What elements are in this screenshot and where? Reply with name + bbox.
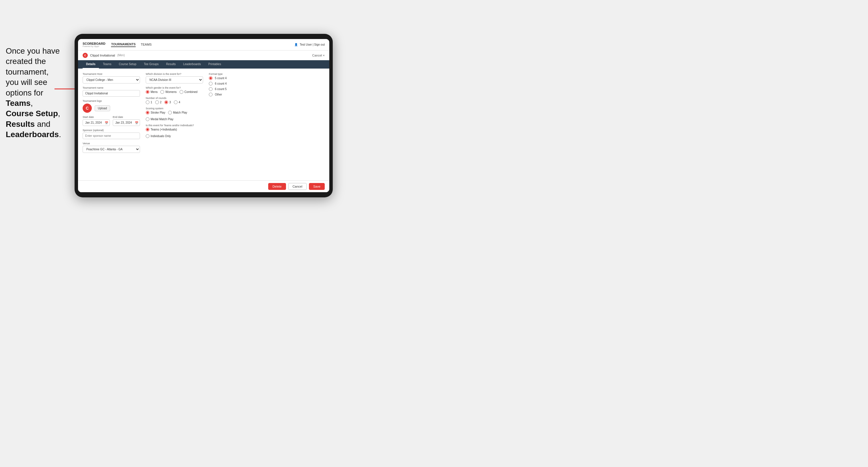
venue-group: Venue Peachtree GC - Atlanta - GA <box>83 142 140 153</box>
tab-results[interactable]: Results <box>163 60 179 68</box>
instruction-text: Once you have created the tournament, yo… <box>0 46 66 140</box>
logo-sub: Powered by clippd <box>83 45 105 47</box>
tab-course-setup[interactable]: Course Setup <box>115 60 140 68</box>
tab-teams[interactable]: Teams <box>99 60 115 68</box>
logo-preview: C <box>83 103 92 113</box>
dates-group: Start date 📅 End date 📅 <box>83 116 140 126</box>
rounds-1-radio[interactable] <box>146 100 150 104</box>
start-date-wrap: 📅 <box>83 119 110 126</box>
division-group: Which division is the event for? NCAA Di… <box>146 72 203 84</box>
tab-tee-groups[interactable]: Tee Groups <box>140 60 162 68</box>
gender-womens[interactable]: Womens <box>160 90 177 94</box>
rounds-1[interactable]: 1 <box>146 100 152 104</box>
tournament-logo-group: Tournament logo C Upload <box>83 99 140 113</box>
format-5count4[interactable]: 5 count 4 <box>209 76 255 80</box>
delete-button[interactable]: Delete <box>268 183 286 190</box>
division-select[interactable]: NCAA Division III <box>146 76 203 84</box>
nav-links: TOURNAMENTS TEAMS <box>111 42 151 47</box>
top-nav: SCOREBOARD Powered by clippd TOURNAMENTS… <box>78 39 329 51</box>
tab-bar: Details Teams Course Setup Tee Groups Re… <box>78 60 329 68</box>
rounds-2-radio[interactable] <box>155 100 159 104</box>
logo-upload-area: C Upload <box>83 103 140 113</box>
tab-leaderboards[interactable]: Leaderboards <box>180 60 204 68</box>
gender-combined-label: Combined <box>184 90 198 94</box>
save-button[interactable]: Save <box>309 183 325 190</box>
cancel-tournament-btn[interactable]: Cancel × <box>312 54 325 57</box>
individuals-radio[interactable] <box>146 134 150 138</box>
format-other[interactable]: Other <box>209 93 255 96</box>
teams-group: Is this event for Teams and/or Individua… <box>146 124 203 138</box>
rounds-2[interactable]: 2 <box>155 100 162 104</box>
venue-select[interactable]: Peachtree GC - Atlanta - GA <box>83 146 140 153</box>
gender-womens-radio[interactable] <box>160 90 164 94</box>
upload-button[interactable]: Upload <box>95 105 110 111</box>
tablet-frame: SCOREBOARD Powered by clippd TOURNAMENTS… <box>74 34 333 197</box>
end-date-input[interactable] <box>113 119 140 126</box>
format-6count5-radio[interactable] <box>209 87 213 91</box>
teams-radio-group: Teams (+Individuals) Individuals Only <box>146 128 203 138</box>
scoring-medal-radio[interactable] <box>146 117 150 121</box>
logo-text: SCOREBOARD <box>83 42 105 45</box>
format-6count5-label: 6 count 5 <box>215 88 227 91</box>
sponsor-label: Sponsor (optional) <box>83 129 140 132</box>
rounds-3[interactable]: 3 <box>164 100 171 104</box>
user-icon: 👤 <box>294 43 298 46</box>
tab-printables[interactable]: Printables <box>205 60 224 68</box>
teams-plus-individuals[interactable]: Teams (+Individuals) <box>146 128 177 131</box>
rounds-label: Number of rounds <box>146 97 203 99</box>
rounds-3-radio[interactable] <box>164 100 168 104</box>
rounds-radio-group: 1 2 3 4 <box>146 100 203 104</box>
scoring-stroke-radio[interactable] <box>146 111 150 115</box>
scoring-match[interactable]: Match Play <box>168 111 187 115</box>
left-column: Tournament Host Clippd College - Men Tou… <box>83 72 140 177</box>
user-area: 👤 Test User | Sign out <box>294 43 325 46</box>
cancel-button[interactable]: Cancel <box>288 183 307 190</box>
tab-details[interactable]: Details <box>83 60 99 68</box>
tournament-title: C Clippd Invitational (Men) <box>83 53 125 58</box>
format-6count4-radio[interactable] <box>209 82 213 86</box>
nav-left: SCOREBOARD Powered by clippd TOURNAMENTS… <box>83 42 152 47</box>
tablet-screen: SCOREBOARD Powered by clippd TOURNAMENTS… <box>78 39 329 192</box>
division-label: Which division is the event for? <box>146 72 203 75</box>
gender-radio-group: Mens Womens Combined <box>146 90 203 94</box>
sponsor-input[interactable] <box>83 132 140 139</box>
gender-combined-radio[interactable] <box>180 90 183 94</box>
scoring-stroke-label: Stroke Play <box>151 111 165 114</box>
gender-combined[interactable]: Combined <box>180 90 198 94</box>
rounds-group: Number of rounds 1 2 3 <box>146 97 203 104</box>
gender-mens-radio[interactable] <box>146 90 150 94</box>
tournament-name-input[interactable] <box>83 90 140 97</box>
gender-group: Which gender is the event for? Mens Wome… <box>146 86 203 94</box>
format-5count4-label: 5 count 4 <box>215 76 227 80</box>
scoring-stroke[interactable]: Stroke Play <box>146 111 165 115</box>
date-row: Start date 📅 End date 📅 <box>83 116 140 126</box>
tournament-host-group: Tournament Host Clippd College - Men <box>83 72 140 84</box>
teams-plus-label: Teams (+Individuals) <box>151 128 177 131</box>
user-text[interactable]: Test User | Sign out <box>300 43 325 46</box>
tournament-host-select[interactable]: Clippd College - Men <box>83 76 140 84</box>
tournament-header: C Clippd Invitational (Men) Cancel × <box>78 51 329 60</box>
scoring-medal[interactable]: Medal Match Play <box>146 117 173 121</box>
middle-column: Which division is the event for? NCAA Di… <box>146 72 203 177</box>
tournament-name-label: Tournament name <box>83 86 140 89</box>
format-6count4[interactable]: 6 count 4 <box>209 82 255 86</box>
start-date-input[interactable] <box>83 119 110 126</box>
right-column: Format type 5 count 4 6 count 4 6 <box>209 72 255 177</box>
scoring-match-radio[interactable] <box>168 111 172 115</box>
format-other-radio[interactable] <box>209 93 213 96</box>
gender-mens[interactable]: Mens <box>146 90 157 94</box>
teams-radio[interactable] <box>146 128 150 131</box>
scoring-radio-group: Stroke Play Match Play Medal Match Play <box>146 111 203 121</box>
rounds-4[interactable]: 4 <box>174 100 180 104</box>
rounds-4-label: 4 <box>179 101 180 104</box>
nav-teams[interactable]: TEAMS <box>141 43 152 47</box>
tournament-icon: C <box>83 53 88 58</box>
logo-area: SCOREBOARD Powered by clippd <box>83 42 105 47</box>
rounds-4-radio[interactable] <box>174 100 178 104</box>
end-date-wrap: 📅 <box>113 119 140 126</box>
nav-tournaments[interactable]: TOURNAMENTS <box>111 42 135 47</box>
format-6count5[interactable]: 6 count 5 <box>209 87 255 91</box>
format-5count4-radio[interactable] <box>209 76 213 80</box>
rounds-1-label: 1 <box>151 101 152 104</box>
individuals-only[interactable]: Individuals Only <box>146 134 171 138</box>
